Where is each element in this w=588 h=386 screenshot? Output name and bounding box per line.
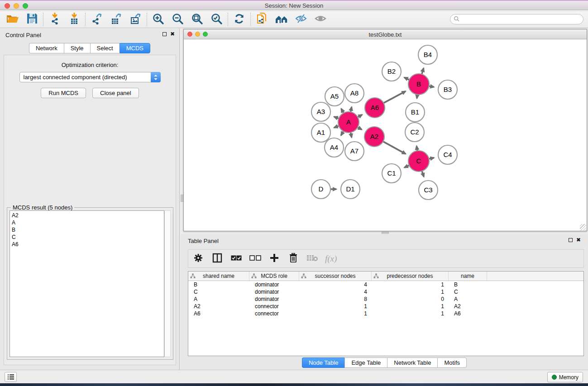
cell-shared-name[interactable]: A xyxy=(188,295,249,303)
edge-A-A7[interactable] xyxy=(351,133,352,138)
tab-network[interactable]: Network xyxy=(29,43,64,53)
cell-shared-name[interactable]: A2 xyxy=(188,303,249,310)
node-C[interactable]: C xyxy=(408,151,429,172)
edge-C-C3[interactable] xyxy=(422,171,424,177)
edge-C-C4[interactable] xyxy=(429,158,434,159)
edge-A2-C[interactable] xyxy=(383,142,406,154)
result-scrollbar[interactable] xyxy=(164,210,171,357)
edge-A-A1[interactable] xyxy=(334,126,339,128)
zoom-out-button[interactable] xyxy=(168,12,187,27)
edge-C-C1[interactable] xyxy=(404,165,409,167)
cell-predecessor-nodes[interactable]: 0 xyxy=(372,295,449,303)
export-network-button[interactable] xyxy=(87,12,106,27)
column-header-predecessor-nodes[interactable]: predecessor nodes xyxy=(372,272,449,281)
column-header-name[interactable]: name xyxy=(449,272,487,281)
cell-successor-nodes[interactable]: 4 xyxy=(299,281,372,288)
node-C2[interactable]: C2 xyxy=(405,123,424,142)
cell-name[interactable]: A6 xyxy=(449,310,487,317)
tab-motifs[interactable]: Motifs xyxy=(437,357,467,368)
table-row[interactable]: Bdominator41B xyxy=(188,281,583,288)
node-D[interactable]: D xyxy=(311,180,330,199)
task-history-button[interactable] xyxy=(5,372,17,382)
node-C3[interactable]: C3 xyxy=(419,181,438,200)
edge-A-A6[interactable] xyxy=(358,114,362,117)
edge-A-A8[interactable] xyxy=(351,107,352,112)
edge-C-C2[interactable] xyxy=(416,146,417,151)
criterion-dropdown[interactable]: largest connected component (directed) xyxy=(19,72,161,82)
tab-select[interactable]: Select xyxy=(90,43,120,53)
table-row[interactable]: A6connector11A6 xyxy=(188,310,583,317)
refresh-network-button[interactable] xyxy=(229,12,249,27)
node-B2[interactable]: B2 xyxy=(382,62,401,81)
edge-B-B4[interactable] xyxy=(422,68,424,74)
checked-boxes-button[interactable] xyxy=(230,253,243,265)
plus-button[interactable] xyxy=(268,253,281,265)
result-item[interactable]: C xyxy=(12,234,162,241)
mcds-result-list[interactable]: A2ABCA6 xyxy=(10,210,164,357)
cell-shared-name[interactable]: C xyxy=(188,288,249,295)
clone-network-button[interactable] xyxy=(252,12,272,27)
column-header-MCDS-role[interactable]: MCDS role xyxy=(249,272,299,281)
export-image-button[interactable] xyxy=(126,12,145,27)
gear-button[interactable] xyxy=(192,253,205,265)
node-A2[interactable]: A2 xyxy=(364,127,384,147)
edge-B-B3[interactable] xyxy=(429,86,434,87)
tab-network-table[interactable]: Network Table xyxy=(387,357,437,368)
close-panel-icon[interactable]: ✖ xyxy=(170,32,175,36)
cell-successor-nodes[interactable]: 4 xyxy=(299,288,372,295)
table-close-panel-icon[interactable]: ✖ xyxy=(576,238,581,242)
search-box[interactable] xyxy=(450,14,583,24)
cell-successor-nodes[interactable]: 8 xyxy=(299,295,372,303)
node-C4[interactable]: C4 xyxy=(438,145,457,164)
cell-successor-nodes[interactable]: 1 xyxy=(299,303,372,310)
node-A[interactable]: A xyxy=(338,112,359,133)
run-mcds-button[interactable]: Run MCDS xyxy=(41,88,86,98)
node-A1[interactable]: A1 xyxy=(311,123,330,142)
function-builder-button[interactable]: f(x) xyxy=(325,254,337,264)
cell-predecessor-nodes[interactable]: 1 xyxy=(372,303,449,310)
table-float-panel-icon[interactable] xyxy=(569,238,573,242)
column-header-shared-name[interactable]: shared name xyxy=(188,272,249,281)
tab-node-table[interactable]: Node Table xyxy=(302,357,345,368)
edge-A6-B[interactable] xyxy=(383,91,406,103)
hide-panel-eye-button[interactable] xyxy=(291,12,311,27)
cell-MCDS-role[interactable]: dominator xyxy=(249,288,299,295)
cell-shared-name[interactable]: B xyxy=(188,281,249,288)
node-B3[interactable]: B3 xyxy=(438,80,457,99)
resize-grip[interactable] xyxy=(580,224,586,230)
memory-button[interactable]: Memory xyxy=(547,372,583,382)
cell-MCDS-role[interactable]: dominator xyxy=(249,281,299,288)
search-input[interactable] xyxy=(459,15,583,24)
result-item[interactable]: A xyxy=(12,219,162,226)
tab-edge-table[interactable]: Edge Table xyxy=(344,357,387,368)
cell-name[interactable]: A xyxy=(449,295,487,303)
cell-successor-nodes[interactable]: 1 xyxy=(299,310,372,317)
table-row[interactable]: Adominator80A xyxy=(188,295,583,303)
zoom-selected-button[interactable] xyxy=(207,12,226,27)
network-overview-button[interactable] xyxy=(272,12,291,27)
edge-B-B2[interactable] xyxy=(404,77,409,80)
open-session-button[interactable] xyxy=(3,12,22,27)
node-A6[interactable]: A6 xyxy=(365,98,385,118)
cell-name[interactable]: A2 xyxy=(449,303,487,310)
tab-mcds[interactable]: MCDS xyxy=(120,43,150,53)
edge-A-A2[interactable] xyxy=(358,127,362,129)
tab-style[interactable]: Style xyxy=(64,43,90,53)
result-item[interactable]: A6 xyxy=(12,241,162,248)
node-B[interactable]: B xyxy=(408,74,429,95)
edge-A-A3[interactable] xyxy=(334,117,339,119)
zoom-fit-button[interactable] xyxy=(187,12,207,27)
node-A5[interactable]: A5 xyxy=(325,87,344,106)
unchecked-boxes-button[interactable] xyxy=(249,253,262,265)
delete-table-button[interactable] xyxy=(306,253,319,265)
table-row[interactable]: Cdominator41C xyxy=(188,288,583,295)
edge-A-A5[interactable] xyxy=(341,109,344,113)
save-session-button[interactable] xyxy=(22,12,42,27)
cell-predecessor-nodes[interactable]: 1 xyxy=(372,288,449,295)
table-row[interactable]: A2connector11A2 xyxy=(188,303,583,310)
network-canvas[interactable]: B4B2BB3A5A8A6A3B1AA1C2A2A4A7CC4C1C3DD1 xyxy=(184,39,587,231)
column-header-successor-nodes[interactable]: successor nodes xyxy=(299,272,372,281)
node-B4[interactable]: B4 xyxy=(418,45,437,64)
network-window-titlebar[interactable]: testGlobe.txt xyxy=(184,29,587,39)
edge-A-A4[interactable] xyxy=(341,131,343,135)
